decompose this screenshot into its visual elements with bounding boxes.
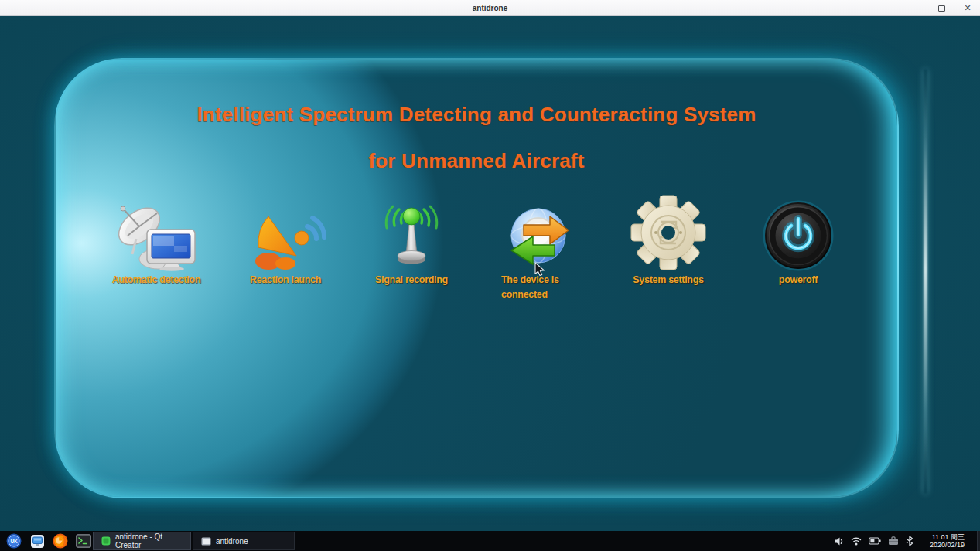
- close-button[interactable]: ✕: [961, 2, 974, 15]
- clock-time: 11:01 周三: [930, 533, 965, 541]
- volume-icon[interactable]: [834, 536, 844, 546]
- maximize-button[interactable]: [935, 2, 948, 15]
- firefox-button[interactable]: [53, 533, 68, 549]
- firefox-icon: [53, 533, 68, 549]
- button-label: poweroff: [740, 273, 856, 287]
- main-panel: Intelligent Spectrum Detecting and Count…: [54, 58, 899, 498]
- signal-recording-button[interactable]: Signal recording: [353, 200, 470, 287]
- start-menu-icon: UK: [6, 533, 22, 549]
- power-button-icon: [763, 200, 834, 271]
- taskbar-clock[interactable]: 11:01 周三 2020/02/19: [930, 533, 965, 549]
- reaction-launch-button[interactable]: Reaction launch: [227, 200, 343, 287]
- window-titlebar[interactable]: antidrone – ✕: [0, 0, 980, 16]
- qt-creator-icon: [101, 536, 111, 546]
- terminal-icon: [76, 534, 91, 548]
- terminal-button[interactable]: [76, 533, 91, 549]
- task-label: antidrone - Qt Creator: [115, 532, 190, 549]
- app-title-line2: for Unmanned Aircraft: [56, 149, 897, 173]
- satellite-dish-monitor-icon: [113, 203, 200, 271]
- bluetooth-icon[interactable]: [906, 536, 913, 546]
- maximize-icon: [938, 5, 945, 12]
- light-streak-decoration: [924, 69, 927, 494]
- poweroff-button[interactable]: poweroff: [740, 200, 856, 287]
- task-button-antidrone[interactable]: antidrone: [193, 532, 295, 550]
- file-manager-button[interactable]: [29, 533, 45, 549]
- signal-antenna-icon: [376, 205, 447, 271]
- file-manager-icon: [30, 534, 45, 549]
- battery-icon[interactable]: [869, 537, 881, 545]
- svg-text:UK: UK: [10, 539, 18, 544]
- clock-date: 2020/02/19: [930, 541, 965, 549]
- system-settings-button[interactable]: System settings: [610, 200, 726, 287]
- minimize-button[interactable]: –: [909, 2, 921, 15]
- app-title-line1: Intelligent Spectrum Detecting and Count…: [56, 103, 897, 127]
- wifi-icon[interactable]: [851, 536, 862, 546]
- button-label: The device is connected: [501, 273, 580, 302]
- button-label: Reaction launch: [227, 273, 343, 287]
- radar-dish-icon: [245, 206, 326, 271]
- window-title: antidrone: [473, 4, 508, 12]
- button-label: System settings: [610, 273, 726, 287]
- show-desktop-button[interactable]: [977, 531, 980, 551]
- input-method-icon[interactable]: [888, 536, 899, 546]
- taskbar: UK: [0, 531, 980, 551]
- screen: antidrone – ✕ Intelligent Spectrum Detec…: [0, 0, 980, 551]
- app-client-area: Intelligent Spectrum Detecting and Count…: [0, 16, 980, 531]
- device-connected-button[interactable]: The device is connected: [483, 200, 599, 302]
- gear-icon: [628, 194, 709, 271]
- app-window-icon: [201, 537, 211, 546]
- window-controls: – ✕: [909, 0, 974, 16]
- button-label: Automatic detection: [98, 273, 214, 287]
- taskbar-launchers: UK: [6, 531, 91, 551]
- mouse-cursor: [534, 262, 546, 277]
- automatic-detection-button[interactable]: Automatic detection: [98, 200, 214, 287]
- task-button-qt-creator[interactable]: antidrone - Qt Creator: [93, 532, 191, 550]
- ukui-start-menu-button[interactable]: UK: [6, 533, 22, 549]
- button-label: Signal recording: [353, 273, 470, 287]
- task-label: antidrone: [216, 537, 248, 546]
- system-tray: [834, 531, 913, 551]
